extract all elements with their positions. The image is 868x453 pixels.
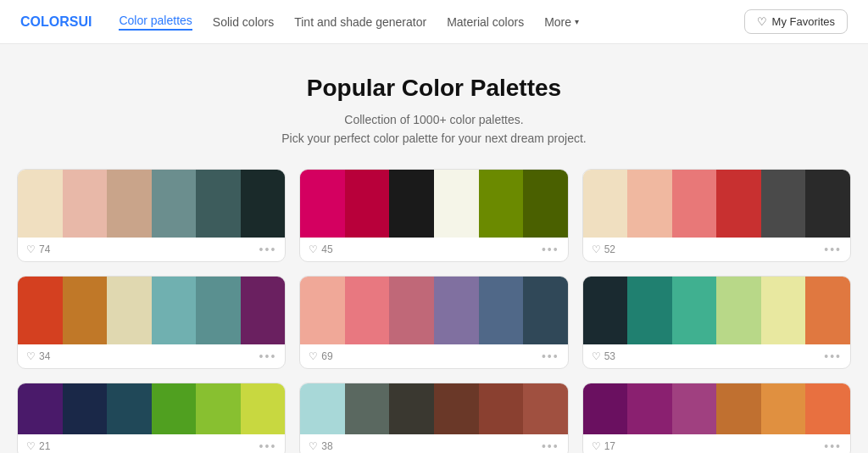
color-strip — [107, 277, 152, 344]
more-options-icon[interactable]: ••• — [259, 350, 277, 363]
color-strip — [63, 170, 108, 238]
like-count[interactable]: ♡34 — [26, 350, 50, 362]
palette-grid: ♡74•••♡45•••♡52•••♡34•••♡69•••♡53•••♡21•… — [0, 169, 868, 453]
palette-card[interactable]: ♡34••• — [17, 276, 286, 369]
color-strip — [63, 277, 108, 344]
nav-solid-colors[interactable]: Solid colors — [213, 15, 274, 29]
color-strips — [300, 170, 567, 238]
nav-material-colors[interactable]: Material colors — [447, 15, 524, 29]
like-count[interactable]: ♡74 — [26, 243, 50, 255]
color-strip — [523, 170, 568, 238]
palette-card[interactable]: ♡45••• — [299, 169, 568, 262]
color-strip — [345, 170, 390, 238]
color-strip — [523, 383, 568, 434]
color-strip — [345, 277, 390, 344]
nav-more[interactable]: More ▾ — [544, 15, 579, 29]
palette-footer: ♡17••• — [583, 434, 850, 453]
like-count[interactable]: ♡53 — [592, 350, 615, 362]
color-strip — [389, 170, 434, 238]
logo-accent: UI — [78, 14, 92, 29]
color-strip — [241, 170, 286, 238]
like-number: 34 — [39, 350, 50, 362]
color-strip — [583, 170, 628, 238]
like-number: 45 — [321, 243, 332, 255]
favorites-button[interactable]: ♡ My Favorites — [744, 9, 848, 34]
palette-footer: ♡34••• — [18, 344, 285, 368]
like-count[interactable]: ♡38 — [309, 440, 332, 452]
color-strip — [152, 383, 197, 434]
palette-footer: ♡21••• — [18, 434, 285, 453]
palette-card[interactable]: ♡74••• — [17, 169, 286, 262]
subtitle-line1: Collection of 1000+ color palettes. — [344, 113, 523, 126]
more-options-icon[interactable]: ••• — [824, 350, 842, 363]
color-strips — [583, 383, 850, 434]
color-strip — [672, 383, 717, 434]
color-strips — [18, 383, 285, 434]
color-strip — [18, 170, 63, 238]
palette-footer: ♡53••• — [583, 344, 850, 368]
color-strip — [583, 277, 628, 344]
nav-color-palettes[interactable]: Color palettes — [119, 14, 192, 31]
more-options-icon[interactable]: ••• — [824, 243, 842, 256]
palette-card[interactable]: ♡38••• — [299, 383, 568, 453]
more-options-icon[interactable]: ••• — [259, 243, 277, 256]
subtitle-line2: Pick your perfect color palette for your… — [281, 131, 587, 145]
like-number: 52 — [604, 243, 615, 255]
color-strip — [583, 383, 628, 434]
hero-section: Popular Color Palettes Collection of 100… — [0, 44, 868, 169]
color-strips — [18, 170, 285, 238]
nav-tint-shade[interactable]: Tint and shade generator — [294, 15, 426, 29]
heart-icon: ♡ — [309, 243, 318, 255]
color-strip — [152, 170, 197, 238]
color-strip — [434, 277, 479, 344]
heart-icon: ♡ — [309, 440, 318, 452]
logo[interactable]: COLORSUI — [20, 14, 92, 30]
like-number: 69 — [321, 350, 332, 362]
color-strips — [583, 277, 850, 344]
like-number: 53 — [604, 350, 615, 362]
color-strip — [345, 383, 390, 434]
color-strip — [716, 383, 761, 434]
color-strip — [107, 383, 152, 434]
color-strip — [716, 277, 761, 344]
color-strip — [196, 170, 241, 238]
color-strip — [672, 277, 717, 344]
palette-card[interactable]: ♡69••• — [299, 276, 568, 369]
palette-card[interactable]: ♡21••• — [17, 383, 286, 453]
color-strip — [761, 277, 806, 344]
color-strip — [434, 383, 479, 434]
color-strip — [627, 277, 672, 344]
nav-more-label: More — [544, 15, 571, 29]
palette-footer: ♡45••• — [300, 238, 567, 261]
palette-footer: ♡74••• — [18, 238, 285, 261]
palette-card[interactable]: ♡52••• — [582, 169, 851, 262]
more-options-icon[interactable]: ••• — [542, 439, 559, 453]
color-strip — [300, 383, 345, 434]
page-title: Popular Color Palettes — [17, 75, 851, 102]
color-strip — [18, 277, 63, 344]
like-count[interactable]: ♡69 — [309, 350, 332, 362]
palette-card[interactable]: ♡53••• — [582, 276, 851, 369]
color-strip — [479, 170, 524, 238]
color-strip — [241, 383, 286, 434]
heart-icon: ♡ — [592, 243, 601, 255]
color-strip — [152, 277, 197, 344]
more-options-icon[interactable]: ••• — [824, 439, 842, 453]
palette-card[interactable]: ♡17••• — [582, 383, 851, 453]
like-count[interactable]: ♡45 — [309, 243, 332, 255]
like-count[interactable]: ♡21 — [26, 440, 50, 452]
color-strip — [761, 383, 806, 434]
more-options-icon[interactable]: ••• — [542, 243, 559, 256]
logo-text: COLORS — [20, 14, 78, 29]
heart-icon: ♡ — [26, 440, 36, 452]
more-options-icon[interactable]: ••• — [259, 439, 277, 453]
like-count[interactable]: ♡52 — [592, 243, 615, 255]
color-strip — [627, 170, 672, 238]
more-options-icon[interactable]: ••• — [542, 350, 559, 363]
header: COLORSUI Color palettes Solid colors Tin… — [0, 0, 868, 44]
like-count[interactable]: ♡17 — [592, 440, 615, 452]
color-strips — [583, 170, 850, 238]
color-strip — [389, 383, 434, 434]
like-number: 74 — [39, 243, 50, 255]
color-strip — [805, 277, 850, 344]
